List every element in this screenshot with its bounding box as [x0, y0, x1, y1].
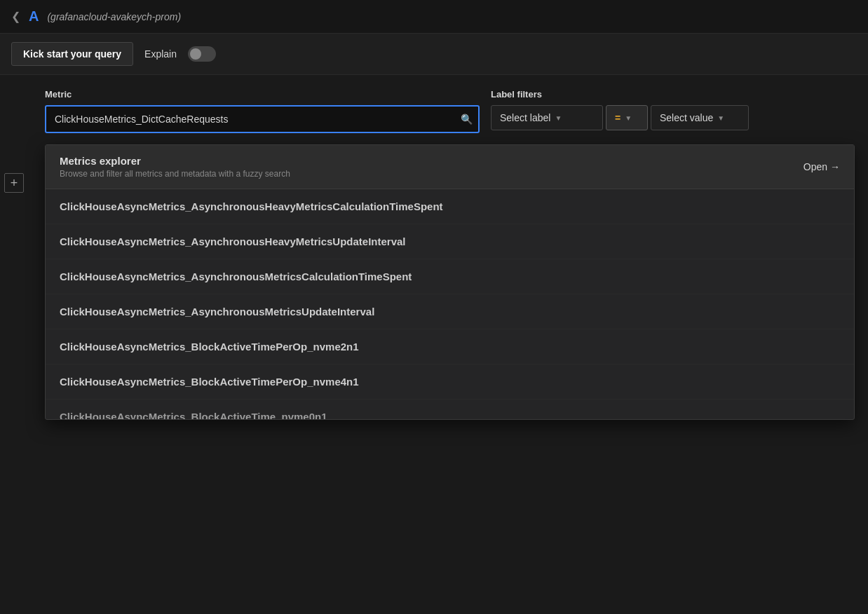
metrics-explorer-open-link[interactable]: Open → [803, 161, 840, 172]
metrics-explorer-title: Metrics explorer [60, 155, 290, 167]
metrics-explorer-info: Metrics explorer Browse and filter all m… [60, 155, 290, 179]
metric-search-icon[interactable]: 🔍 [461, 114, 473, 125]
list-item[interactable]: ClickHouseAsyncMetrics_BlockActiveTime_n… [46, 400, 854, 419]
metrics-explorer-row[interactable]: Metrics explorer Browse and filter all m… [46, 145, 854, 189]
list-item[interactable]: ClickHouseAsyncMetrics_BlockActiveTimePe… [46, 329, 854, 364]
chevron-icon[interactable]: ❮ [11, 10, 20, 23]
operator-dropdown[interactable]: = ▼ [606, 105, 648, 130]
operator-text: = [615, 112, 621, 123]
select-label-dropdown[interactable]: Select label ▼ [491, 105, 603, 130]
metric-section-label: Metric [45, 89, 480, 100]
label-filters-section: Label filters Select label ▼ = ▼ Select … [491, 89, 851, 130]
add-query-button[interactable]: + [4, 173, 24, 193]
metrics-dropdown-panel: Metrics explorer Browse and filter all m… [45, 144, 855, 420]
list-item[interactable]: ClickHouseAsyncMetrics_AsynchronousMetri… [46, 294, 854, 329]
list-item[interactable]: ClickHouseAsyncMetrics_AsynchronousMetri… [46, 259, 854, 294]
datasource-name: (grafanacloud-avakeych-prom) [47, 11, 181, 22]
explain-toggle[interactable] [188, 46, 216, 62]
label-filters-row: Select label ▼ = ▼ Select value ▼ [491, 105, 851, 130]
query-area: Metric 🔍 Label filters Select label ▼ [28, 75, 868, 147]
kick-start-button[interactable]: Kick start your query [11, 42, 133, 66]
list-item[interactable]: ClickHouseAsyncMetrics_BlockActiveTimePe… [46, 364, 854, 400]
explain-label: Explain [144, 48, 177, 60]
select-value-text: Select value [660, 112, 713, 123]
top-bar: ❮ A (grafanacloud-avakeych-prom) [0, 0, 868, 34]
label-filters-label: Label filters [491, 89, 851, 100]
datasource-letter: A [29, 8, 39, 25]
metric-section: Metric 🔍 [45, 89, 480, 133]
query-row: Metric 🔍 Label filters Select label ▼ [45, 89, 851, 133]
select-value-chevron: ▼ [717, 114, 724, 122]
select-label-chevron: ▼ [555, 114, 562, 122]
toolbar: Kick start your query Explain [0, 34, 868, 75]
select-value-dropdown[interactable]: Select value ▼ [651, 105, 749, 130]
content-column: Metric 🔍 Label filters Select label ▼ [28, 75, 868, 193]
list-item[interactable]: ClickHouseAsyncMetrics_AsynchronousHeavy… [46, 189, 854, 224]
metric-input-wrapper: 🔍 [45, 105, 480, 133]
main-content: + Metric 🔍 Label filters [0, 75, 868, 193]
left-add-column: + [0, 75, 28, 193]
metrics-explorer-desc: Browse and filter all metrics and metada… [60, 169, 290, 179]
list-item[interactable]: ClickHouseAsyncMetrics_AsynchronousHeavy… [46, 224, 854, 259]
select-label-text: Select label [500, 112, 550, 123]
operator-chevron: ▼ [625, 114, 632, 122]
metric-input[interactable] [45, 105, 480, 133]
